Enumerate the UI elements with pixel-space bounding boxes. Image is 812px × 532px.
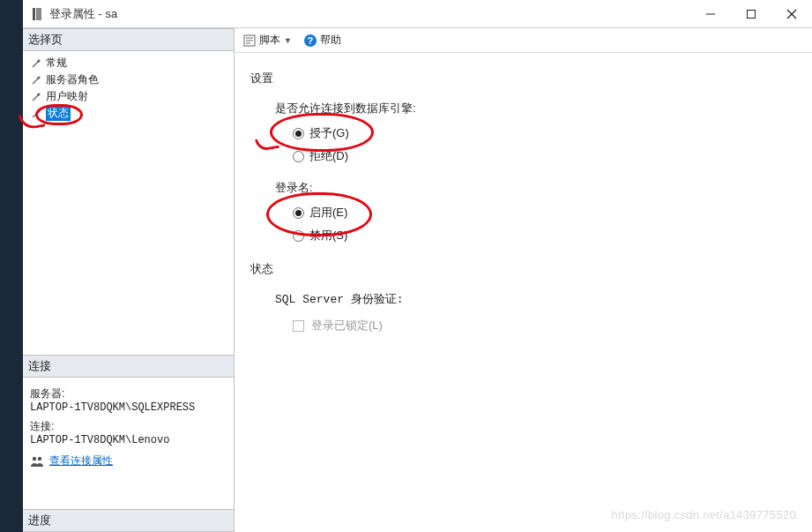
wrench-icon (30, 57, 42, 70)
grant-radio[interactable] (293, 128, 304, 139)
svg-rect-1 (36, 8, 41, 20)
maximize-button[interactable] (731, 0, 771, 28)
dialog-window: 登录属性 - sa 选择页 常规 服务器角色 (23, 0, 812, 532)
disable-label: 禁用(S) (309, 228, 347, 244)
nav-item-general[interactable]: 常规 (28, 55, 230, 71)
server-value: LAPTOP-1TV8DQKM\SQLEXPRESS (30, 401, 228, 414)
connection-panel: 服务器: LAPTOP-1TV8DQKM\SQLEXPRESS 连接: LAPT… (23, 378, 234, 474)
script-icon (243, 34, 256, 47)
status-heading: 状态 (250, 261, 796, 277)
nav-item-server-roles[interactable]: 服务器角色 (28, 71, 230, 88)
conn-label: 连接: (30, 419, 228, 434)
connection-header: 连接 (23, 355, 234, 378)
nav-label: 用户映射 (46, 89, 88, 104)
people-icon (30, 455, 44, 468)
sidebar: 选择页 常规 服务器角色 用户映射 状态 (23, 28, 235, 532)
chevron-down-icon: ▼ (284, 36, 292, 45)
minimize-button[interactable] (690, 0, 731, 28)
app-icon (30, 7, 44, 21)
wrench-icon (30, 74, 42, 86)
nav-label: 常规 (46, 56, 67, 71)
svg-point-6 (33, 456, 36, 460)
script-label: 脚本 (259, 33, 280, 48)
sidebar-gap (23, 474, 234, 509)
sql-auth-label: SQL Server 身份验证: (275, 291, 796, 307)
nav-label: 服务器角色 (46, 72, 99, 87)
sidebar-spacer (23, 125, 234, 355)
nav-item-status[interactable]: 状态 (28, 105, 230, 122)
main-panel: 脚本 ▼ ? 帮助 设置 是否允许连接到数据库引擎: 授予(G) 拒绝(D) (235, 28, 812, 532)
conn-value: LAPTOP-1TV8DQKM\Lenovo (30, 434, 228, 446)
deny-radio-row[interactable]: 拒绝(D) (293, 148, 796, 164)
svg-rect-3 (748, 10, 756, 18)
toolbar: 脚本 ▼ ? 帮助 (235, 28, 812, 53)
progress-header: 进度 (23, 509, 234, 532)
enable-radio-row[interactable]: 启用(E) (293, 205, 796, 221)
locked-checkbox-row: 登录已锁定(L) (293, 318, 796, 333)
close-button[interactable] (771, 0, 812, 28)
allow-connect-label: 是否允许连接到数据库引擎: (275, 101, 796, 116)
main-body: 设置 是否允许连接到数据库引擎: 授予(G) 拒绝(D) 登录名: 启用(E) (235, 53, 812, 351)
svg-rect-0 (33, 8, 35, 20)
disable-radio-row[interactable]: 禁用(S) (293, 228, 796, 244)
svg-point-7 (38, 456, 41, 460)
content-area: 选择页 常规 服务器角色 用户映射 状态 (23, 28, 812, 532)
script-button[interactable]: 脚本 ▼ (240, 31, 295, 49)
enable-label: 启用(E) (309, 205, 347, 221)
nav-label: 状态 (46, 106, 71, 121)
help-icon: ? (304, 34, 317, 47)
titlebar: 登录属性 - sa (23, 0, 812, 28)
page-nav-list: 常规 服务器角色 用户映射 状态 (23, 51, 234, 125)
view-connection-props-link[interactable]: 查看连接属性 (49, 453, 113, 468)
window-title: 登录属性 - sa (49, 6, 117, 22)
enable-radio[interactable] (293, 207, 304, 219)
login-label: 登录名: (275, 180, 796, 196)
settings-heading: 设置 (250, 71, 796, 86)
locked-label: 登录已锁定(L) (311, 318, 383, 333)
help-label: 帮助 (320, 33, 341, 48)
deny-radio[interactable] (293, 151, 304, 162)
grant-label: 授予(G) (309, 125, 349, 141)
wrench-icon (30, 108, 42, 120)
view-conn-props-row: 查看连接属性 (30, 453, 228, 468)
server-label: 服务器: (30, 386, 228, 401)
window-controls (690, 0, 812, 28)
nav-item-user-mapping[interactable]: 用户映射 (28, 88, 230, 105)
deny-label: 拒绝(D) (309, 148, 348, 164)
disable-radio[interactable] (293, 230, 304, 242)
select-page-header: 选择页 (23, 28, 234, 51)
locked-checkbox (293, 320, 304, 332)
grant-radio-row[interactable]: 授予(G) (293, 125, 796, 141)
help-button[interactable]: ? 帮助 (301, 31, 345, 49)
wrench-icon (30, 91, 42, 103)
